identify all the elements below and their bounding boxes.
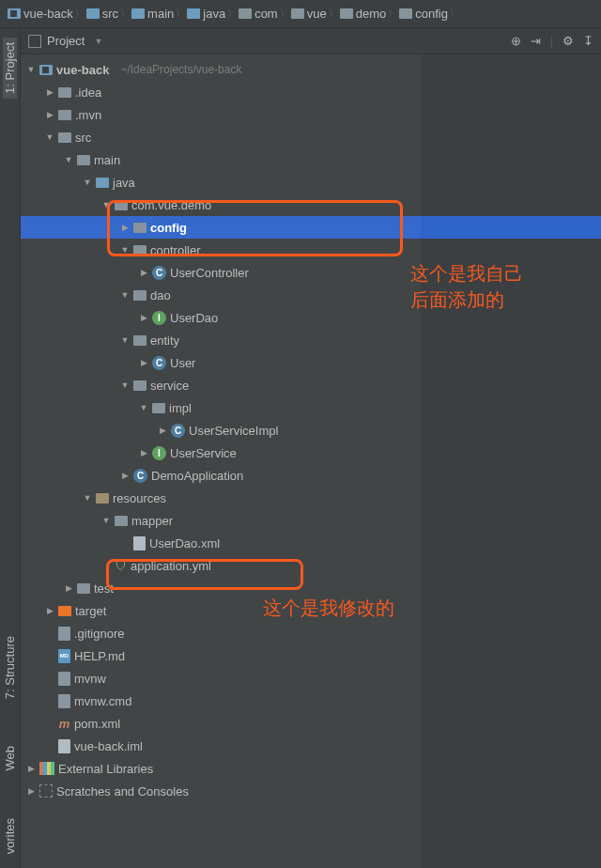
folder-icon	[77, 583, 90, 594]
folder-icon	[58, 132, 71, 143]
panel-header: Project ▼ ⊕ ⇥ | ⚙ ↧	[21, 28, 601, 54]
crumb-vue[interactable]: vue	[287, 7, 331, 21]
package-icon	[133, 245, 146, 256]
project-tab[interactable]: 1: Project	[3, 38, 17, 99]
project-panel: Project ▼ ⊕ ⇥ | ⚙ ↧ vue-back~/IdeaProjec…	[21, 28, 601, 868]
crumb-demo[interactable]: demo	[336, 7, 391, 21]
panel-title[interactable]: Project ▼	[28, 34, 102, 48]
package-icon	[133, 223, 146, 233]
source-folder-icon	[96, 178, 109, 188]
collapse-icon[interactable]: ⇥	[531, 34, 541, 48]
crumb-config[interactable]: config	[395, 7, 452, 21]
favorites-tab[interactable]: vorites	[3, 814, 17, 859]
project-view-icon	[28, 35, 41, 48]
package-icon	[133, 335, 146, 346]
crumb-java[interactable]: java	[183, 7, 229, 21]
web-tab[interactable]: Web	[3, 741, 17, 776]
breadcrumb-bar: vue-back 〉 src 〉 main 〉 java 〉 com 〉 vue…	[0, 0, 601, 28]
package-icon	[133, 290, 146, 301]
project-tree[interactable]: vue-back~/IdeaProjects/vue-back .idea .m…	[21, 54, 601, 868]
module-icon	[39, 65, 53, 75]
hide-icon[interactable]: ↧	[583, 34, 593, 48]
dropdown-arrow-icon: ▼	[94, 37, 102, 46]
crumb-root[interactable]: vue-back	[4, 7, 77, 21]
excluded-folder-icon	[58, 606, 71, 616]
spring-class-icon: C	[133, 469, 147, 483]
crumb-com[interactable]: com	[235, 7, 282, 21]
chevron-right-icon: 〉	[450, 8, 459, 21]
crumb-main[interactable]: main	[128, 7, 177, 21]
gear-icon[interactable]: ⚙	[562, 34, 574, 48]
structure-tab[interactable]: 7: Structure	[3, 631, 17, 704]
folder-icon	[58, 110, 71, 120]
resources-folder-icon	[96, 493, 109, 504]
folder-icon	[58, 87, 71, 98]
package-icon	[152, 403, 165, 413]
folder-icon	[77, 155, 90, 165]
package-icon	[115, 200, 128, 210]
crumb-src[interactable]: src	[83, 7, 122, 21]
folder-icon	[115, 516, 128, 526]
tool-window-tabs: 1: Project 7: Structure Web vorites	[0, 28, 21, 868]
package-icon	[133, 380, 146, 391]
locate-icon[interactable]: ⊕	[511, 34, 521, 48]
